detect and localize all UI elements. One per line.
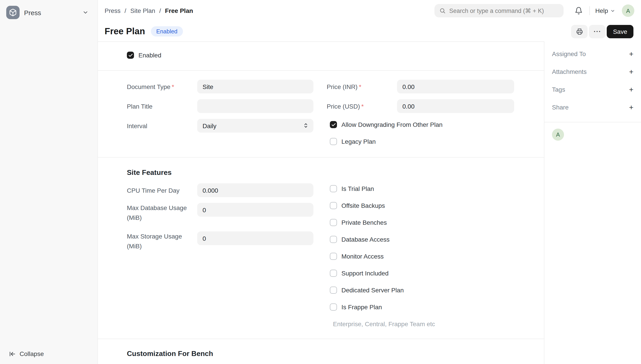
price-inr-input[interactable]: 0.00 xyxy=(397,80,514,94)
left-sidebar: Press Collapse xyxy=(0,0,98,364)
document-side-panel: Assigned To + Attachments + Tags + Share… xyxy=(544,42,641,364)
field-price-inr: Price (INR)* 0.00 xyxy=(327,80,514,94)
site-feature-checkbox[interactable] xyxy=(330,185,337,192)
breadcrumb-item-current: Free Plan xyxy=(165,7,193,14)
required-mark: * xyxy=(359,83,361,90)
plus-icon[interactable]: + xyxy=(629,86,634,93)
price-usd-input[interactable]: 0.00 xyxy=(397,99,514,113)
max-storage-usage-input[interactable]: 0 xyxy=(197,232,314,245)
press-app-icon xyxy=(6,6,20,19)
max-database-usage-input[interactable]: 0 xyxy=(197,203,314,217)
is-frappe-plan-helper-text: Enterprise, Central, Frappe Team etc xyxy=(333,320,514,328)
enabled-checkbox-row[interactable]: Enabled xyxy=(127,51,515,59)
status-badge: Enabled xyxy=(151,26,183,36)
topbar: Press / Site Plan / Free Plan Search or … xyxy=(98,0,641,21)
field-label: Price (INR)* xyxy=(327,82,397,92)
workspace-label: Press xyxy=(24,9,41,16)
checkmark-icon xyxy=(128,53,133,58)
breadcrumb-item-press[interactable]: Press xyxy=(104,7,121,14)
site-feature-checkbox-row[interactable]: Database Access xyxy=(330,236,514,244)
site-feature-checkbox-row[interactable]: Offsite Backups xyxy=(330,202,514,210)
search-input[interactable]: Search or type a command (⌘ + K) xyxy=(434,4,564,17)
plus-icon[interactable]: + xyxy=(629,50,634,58)
chevron-down-icon xyxy=(82,9,88,16)
tags-row[interactable]: Tags + xyxy=(552,80,634,98)
site-feature-checkbox[interactable] xyxy=(330,236,337,243)
field-document-type: Document Type* Site xyxy=(127,80,314,94)
chevron-down-icon xyxy=(610,8,615,13)
enabled-checkbox[interactable] xyxy=(127,52,134,59)
page-title: Free Plan xyxy=(104,26,145,36)
legacy-plan-checkbox-row[interactable]: Legacy Plan xyxy=(330,136,514,147)
help-label: Help xyxy=(595,7,608,14)
field-label: Max Storage Usage (MiB) xyxy=(127,232,197,251)
save-button[interactable]: Save xyxy=(607,25,634,38)
document-header: Free Plan Enabled ••• Save xyxy=(98,21,641,42)
field-label: Price (USD)* xyxy=(327,101,397,111)
field-price-usd: Price (USD)* 0.00 xyxy=(327,99,514,113)
breadcrumb-item-site-plan[interactable]: Site Plan xyxy=(130,7,155,14)
attachments-row[interactable]: Attachments + xyxy=(552,63,634,80)
plan-title-input[interactable] xyxy=(197,99,314,113)
assigned-to-row[interactable]: Assigned To + xyxy=(552,45,634,63)
section-heading-customization: Customization For Bench xyxy=(127,349,515,358)
site-feature-checkbox[interactable] xyxy=(330,286,337,294)
site-feature-checkbox[interactable] xyxy=(330,304,337,310)
interval-select[interactable]: Daily xyxy=(197,119,314,132)
bell-icon xyxy=(575,7,583,15)
required-mark: * xyxy=(172,83,174,90)
workspace-switcher[interactable]: Press xyxy=(0,0,98,19)
plus-icon[interactable]: + xyxy=(629,104,634,111)
printer-icon xyxy=(576,28,583,35)
cpu-time-input[interactable]: 0.000 xyxy=(197,183,314,197)
topbar-divider xyxy=(589,6,590,15)
site-feature-checkbox[interactable] xyxy=(330,253,337,260)
enabled-checkbox-label: Enabled xyxy=(138,51,161,59)
required-mark: * xyxy=(361,102,364,110)
site-feature-checkbox-row[interactable]: Dedicated Server Plan xyxy=(330,286,514,294)
field-label: Max Database Usage (MiB) xyxy=(127,203,197,222)
field-interval: Interval Daily xyxy=(127,119,314,132)
field-max-storage-usage: Max Storage Usage (MiB) 0 xyxy=(127,232,314,251)
site-feature-checkbox-row[interactable]: Support Included xyxy=(330,269,514,277)
breadcrumb-separator: / xyxy=(125,7,126,14)
document-form: Enabled Document Type* Site Plan Title xyxy=(98,42,544,364)
share-row[interactable]: Share + xyxy=(552,98,634,116)
field-max-database-usage: Max Database Usage (MiB) 0 xyxy=(127,203,314,222)
field-label: CPU Time Per Day xyxy=(127,185,197,195)
viewer-avatar: A xyxy=(552,128,564,140)
allow-downgrading-checkbox[interactable] xyxy=(330,121,337,128)
breadcrumb-separator: / xyxy=(159,7,161,14)
site-feature-checkbox[interactable] xyxy=(330,219,337,226)
select-arrows-icon xyxy=(303,122,309,128)
search-icon xyxy=(439,8,446,14)
site-feature-checkbox-row[interactable]: Monitor Access xyxy=(330,252,514,260)
field-label: Plan Title xyxy=(127,101,197,111)
help-menu[interactable]: Help xyxy=(595,7,615,14)
sidebar-collapse-button[interactable]: Collapse xyxy=(9,350,44,357)
collapse-icon xyxy=(9,350,16,357)
search-placeholder: Search or type a command (⌘ + K) xyxy=(449,7,544,14)
allow-downgrading-checkbox-row[interactable]: Allow Downgrading From Other Plan xyxy=(330,119,514,130)
notifications-button[interactable] xyxy=(573,5,584,16)
collapse-label: Collapse xyxy=(20,350,44,357)
site-feature-checkbox-row[interactable]: Is Trial Plan xyxy=(330,185,514,193)
more-actions-button[interactable]: ••• xyxy=(589,25,606,38)
site-feature-checkbox-row[interactable]: Private Benches xyxy=(330,218,514,226)
site-features-checkbox-list: Is Trial PlanOffsite BackupsPrivate Benc… xyxy=(330,185,514,328)
user-avatar[interactable]: A xyxy=(622,4,634,17)
site-feature-checkbox[interactable] xyxy=(330,270,337,277)
plus-icon[interactable]: + xyxy=(629,68,634,76)
site-feature-checkbox[interactable] xyxy=(330,202,337,209)
side-panel-divider xyxy=(544,122,641,122)
document-type-input[interactable]: Site xyxy=(197,80,314,94)
ellipsis-icon: ••• xyxy=(593,29,602,34)
field-label: Interval xyxy=(127,121,197,130)
breadcrumb: Press / Site Plan / Free Plan xyxy=(104,7,193,14)
legacy-plan-checkbox[interactable] xyxy=(330,138,337,145)
site-feature-checkbox-row[interactable]: Is Frappe Plan xyxy=(330,303,514,311)
field-label: Document Type* xyxy=(127,82,197,92)
field-plan-title: Plan Title xyxy=(127,99,314,113)
print-button[interactable] xyxy=(571,25,588,38)
checkmark-icon xyxy=(331,122,336,127)
